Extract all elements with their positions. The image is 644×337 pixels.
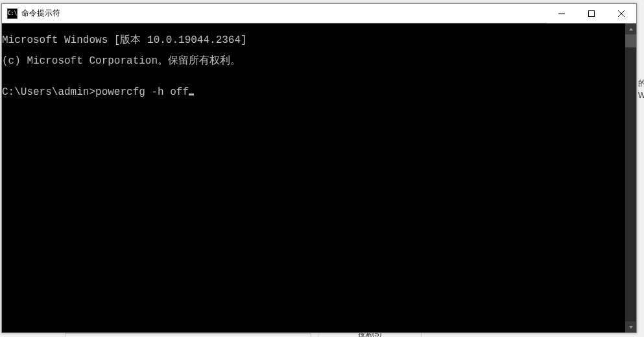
scroll-down-button[interactable] (625, 321, 636, 332)
terminal-prompt-line[interactable]: C:\Users\admin>powercfg -h off (2, 87, 625, 97)
svg-marker-4 (629, 28, 633, 31)
terminal-output-line: Microsoft Windows [版本 10.0.19044.2364] (2, 35, 625, 45)
typed-command: powercfg -h off (95, 86, 189, 98)
scroll-up-button[interactable] (625, 23, 636, 34)
cmd-icon: C:\ (7, 8, 18, 19)
background-panel-edge (65, 333, 311, 337)
background-text-fragment: W (638, 91, 644, 100)
terminal-body[interactable]: Microsoft Windows [版本 10.0.19044.2364] (… (2, 23, 636, 332)
terminal-content[interactable]: Microsoft Windows [版本 10.0.19044.2364] (… (2, 23, 625, 332)
vertical-scrollbar[interactable] (625, 23, 636, 332)
cursor (189, 94, 194, 95)
scroll-thumb[interactable] (625, 34, 636, 47)
prompt-path: C:\Users\admin> (2, 86, 95, 98)
svg-rect-1 (589, 10, 595, 16)
minimize-button[interactable] (547, 4, 577, 23)
command-prompt-window: C:\ 命令提示符 Microsoft Windows [版本 10.0.190… (1, 3, 637, 333)
window-title: 命令提示符 (21, 8, 60, 19)
terminal-output-line: (c) Microsoft Corporation。保留所有权利。 (2, 56, 625, 66)
close-button[interactable] (606, 4, 636, 23)
svg-marker-5 (629, 326, 633, 329)
title-bar[interactable]: C:\ 命令提示符 (2, 4, 636, 23)
maximize-button[interactable] (577, 4, 606, 23)
background-text-fragment: 的 (638, 78, 644, 89)
